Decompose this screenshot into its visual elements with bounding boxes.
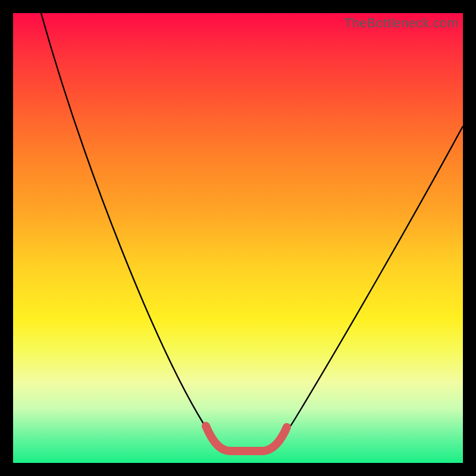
bottleneck-curve — [41, 13, 463, 451]
curve-layer — [13, 13, 463, 463]
chart-frame: TheBottleneck.com — [0, 0, 476, 476]
plot-area: TheBottleneck.com — [13, 13, 463, 463]
valley-highlight — [206, 426, 287, 451]
